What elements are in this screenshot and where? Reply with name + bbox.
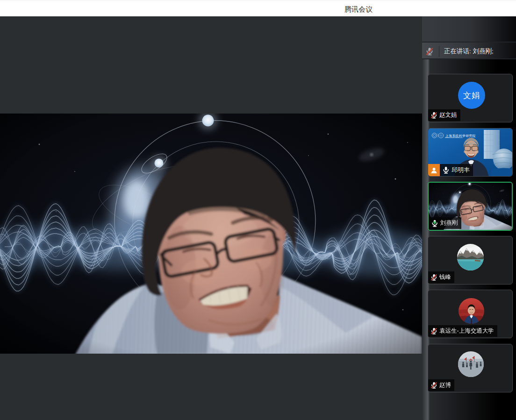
svg-text:上海系统科学研究院: 上海系统科学研究院	[445, 134, 476, 138]
